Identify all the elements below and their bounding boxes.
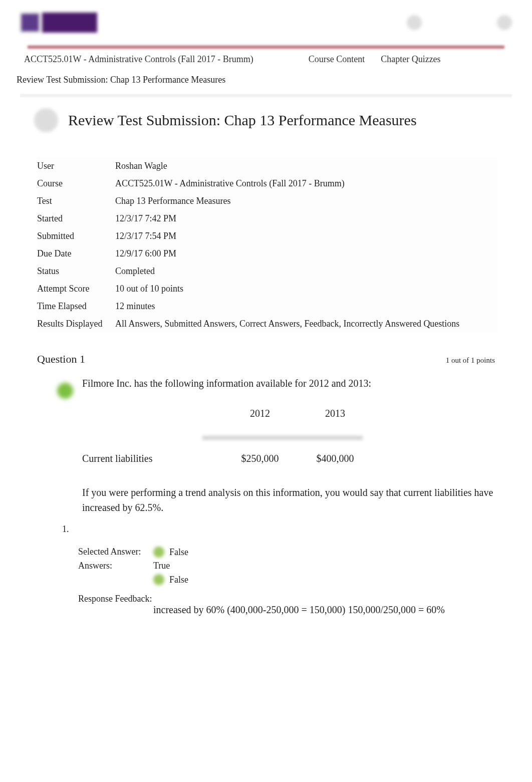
info-row-test: Test Chap 13 Performance Measures (37, 192, 498, 210)
question-followup: If you were performing a trend analysis … (82, 485, 498, 515)
info-row-status: Status Completed (37, 263, 498, 280)
info-label: Course (37, 177, 115, 190)
info-row-submitted: Submitted 12/3/17 7:54 PM (37, 227, 498, 245)
app-header (0, 0, 532, 45)
info-value: ACCT525.01W - Administrative Controls (F… (115, 177, 355, 190)
list-number: 1. (62, 524, 498, 535)
nav-divider (28, 45, 504, 49)
info-value: 12/3/17 7:54 PM (115, 229, 186, 243)
table-header-2013: 2013 (298, 402, 373, 436)
table-header-2012: 2012 (222, 402, 298, 436)
answer-block: Selected Answer: False Answers: True Fal… (78, 547, 498, 617)
question-block: Question 1 1 out of 1 points Filmore Inc… (37, 353, 498, 617)
info-value: Completed (115, 265, 165, 278)
test-icon (34, 108, 58, 132)
info-label: Attempt Score (37, 282, 115, 296)
info-label: Submitted (37, 229, 115, 243)
breadcrumb: ACCT525.01W - Administrative Controls (F… (0, 49, 532, 69)
info-label: Test (37, 194, 115, 208)
feedback-label: Response Feedback: (78, 593, 153, 617)
info-label: User (37, 159, 115, 173)
info-value: Roshan Wagle (115, 159, 177, 173)
info-row-started: Started 12/3/17 7:42 PM (37, 210, 498, 227)
info-row-due: Due Date 12/9/17 6:00 PM (37, 245, 498, 263)
header-menu-icon[interactable] (407, 15, 422, 30)
breadcrumb-content-link[interactable]: Course Content (309, 54, 365, 65)
content-panel: Review Test Submission: Chap 13 Performa… (20, 94, 512, 617)
answers-label: Answers: (78, 561, 153, 571)
question-stem: Filmore Inc. has the following informati… (82, 376, 498, 391)
question-data-table: 2012 2013 Current liabilities $250,000 $… (82, 402, 498, 470)
correct-answer-icon (153, 547, 164, 558)
answer-option-false: False (169, 575, 188, 585)
breadcrumb-quizzes-link[interactable]: Chapter Quizzes (381, 54, 440, 65)
table-cell-2013: $400,000 (298, 447, 373, 470)
feedback-text: increased by 60% (400,000-250,000 = 150,… (153, 593, 498, 617)
info-value: 12 minutes (115, 300, 165, 313)
correct-answer-icon (153, 574, 164, 585)
info-row-user: User Roshan Wagle (37, 157, 498, 175)
table-cell-2012: $250,000 (222, 447, 298, 470)
info-label: Started (37, 212, 115, 225)
info-label: Results Displayed (37, 317, 115, 331)
page-subtitle: Review Test Submission: Chap 13 Performa… (0, 69, 532, 90)
correct-icon (57, 383, 73, 399)
page-title: Review Test Submission: Chap 13 Performa… (68, 112, 417, 129)
question-text: Filmore Inc. has the following informati… (82, 376, 498, 515)
info-value: 10 out of 10 points (115, 282, 193, 296)
info-label: Time Elapsed (37, 300, 115, 313)
selected-answer-label: Selected Answer: (78, 547, 153, 558)
info-value: 12/3/17 7:42 PM (115, 212, 186, 225)
selected-answer-value: False (169, 547, 188, 558)
info-row-results: Results Displayed All Answers, Submitted… (37, 315, 498, 333)
question-points: 1 out of 1 points (446, 356, 495, 365)
header-user-icon[interactable] (497, 15, 512, 30)
question-title: Question 1 (37, 353, 85, 366)
info-value: All Answers, Submitted Answers, Correct … (115, 317, 469, 331)
info-row-course: Course ACCT525.01W - Administrative Cont… (37, 175, 498, 192)
answer-option-true: True (153, 561, 170, 571)
table-divider (202, 436, 363, 440)
app-logo[interactable] (20, 13, 97, 33)
submission-info-table: User Roshan Wagle Course ACCT525.01W - A… (37, 157, 498, 333)
info-label: Status (37, 265, 115, 278)
info-value: Chap 13 Performance Measures (115, 194, 240, 208)
table-row-label: Current liabilities (82, 447, 222, 470)
info-row-score: Attempt Score 10 out of 10 points (37, 280, 498, 298)
info-value: 12/9/17 6:00 PM (115, 247, 186, 260)
breadcrumb-course-link[interactable]: ACCT525.01W - Administrative Controls (F… (24, 54, 253, 65)
info-label: Due Date (37, 247, 115, 260)
info-row-elapsed: Time Elapsed 12 minutes (37, 298, 498, 315)
